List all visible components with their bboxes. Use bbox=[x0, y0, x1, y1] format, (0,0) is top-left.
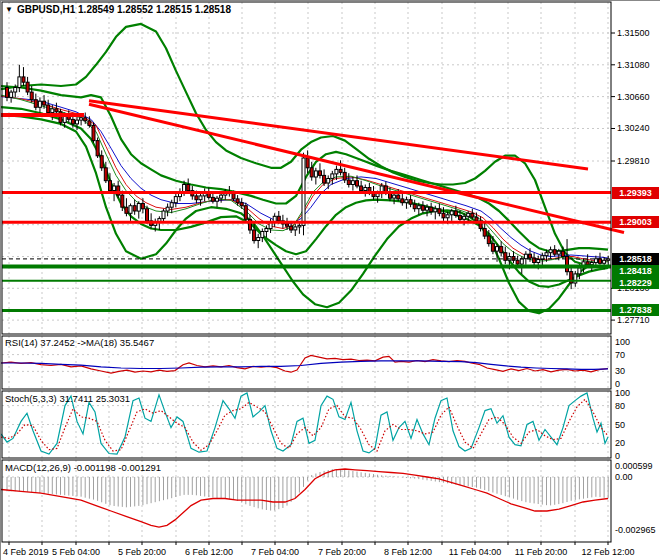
rsi-indicator-label: RSI(14) 37.2452 ->MA(18) 35.5467 bbox=[5, 337, 154, 348]
symbol-dropdown-icon[interactable]: ▼ bbox=[5, 5, 13, 15]
chart-title-bar: ▼ GBPUSD,H1 1.28549 1.28552 1.28515 1.28… bbox=[5, 4, 231, 15]
macd-indicator-label: MACD(12,26,9) -0.001198 -0.001291 bbox=[5, 462, 161, 473]
chart-window: ▼ GBPUSD,H1 1.28549 1.28552 1.28515 1.28… bbox=[0, 0, 660, 560]
rsi-series bbox=[1, 355, 608, 373]
chart-canvas[interactable] bbox=[1, 1, 660, 560]
chart-title: GBPUSD,H1 1.28549 1.28552 1.28515 1.2851… bbox=[17, 4, 231, 15]
axis-tick-marks bbox=[611, 33, 615, 320]
stoch-indicator-label: Stoch(5,3,3) 31.7411 25.3031 bbox=[5, 393, 130, 404]
macd-signal-line bbox=[1, 469, 608, 527]
